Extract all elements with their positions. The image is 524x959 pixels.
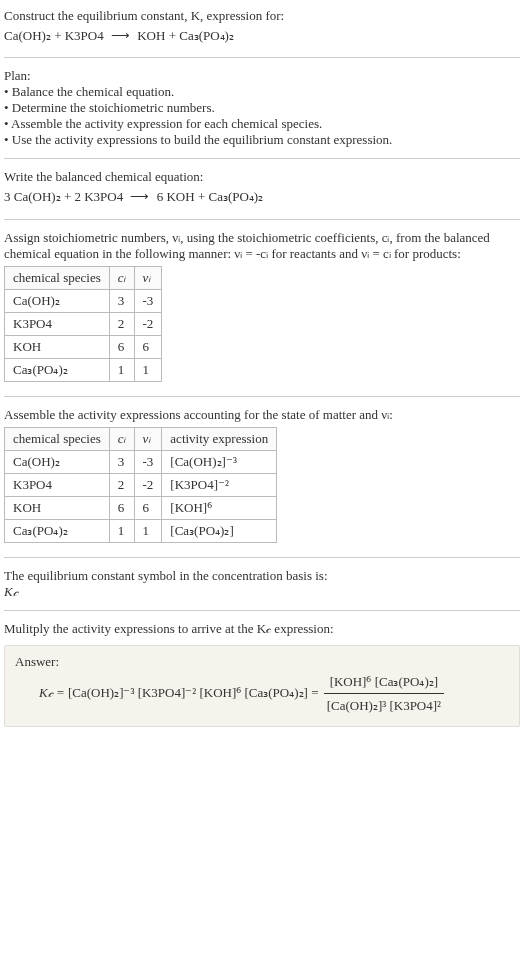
plan-bullet: • Determine the stoichiometric numbers. xyxy=(4,100,520,116)
table-row: Ca(OH)₂ 3 -3 [Ca(OH)₂]⁻³ xyxy=(5,450,277,473)
kc-symbol: K𝒸 xyxy=(4,584,520,600)
divider xyxy=(4,610,520,611)
cell-ci: 2 xyxy=(109,473,134,496)
col-ci: cᵢ xyxy=(109,266,134,289)
balanced-lhs: 3 Ca(OH)₂ + 2 K3PO4 xyxy=(4,189,123,204)
col-vi: νᵢ xyxy=(134,427,162,450)
answer-fraction: [KOH]⁶ [Ca₃(PO₄)₂] [Ca(OH)₂]³ [K3PO4]² xyxy=(324,670,444,718)
plan-section: Plan: • Balance the chemical equation. •… xyxy=(4,64,520,152)
table-header-row: chemical species cᵢ νᵢ xyxy=(5,266,162,289)
cell-activity: [Ca₃(PO₄)₂] xyxy=(162,519,277,542)
table-row: K3PO4 2 -2 xyxy=(5,312,162,335)
cell-ci: 6 xyxy=(109,335,134,358)
cell-ci: 6 xyxy=(109,496,134,519)
table-row: KOH 6 6 [KOH]⁶ xyxy=(5,496,277,519)
activity-section: Assemble the activity expressions accoun… xyxy=(4,403,520,551)
cell-vi: 1 xyxy=(134,519,162,542)
balanced-section: Write the balanced chemical equation: 3 … xyxy=(4,165,520,212)
cell-vi: -3 xyxy=(134,289,162,312)
balanced-rhs: 6 KOH + Ca₃(PO₄)₂ xyxy=(157,189,263,204)
balanced-heading: Write the balanced chemical equation: xyxy=(4,169,520,185)
answer-product: [Ca(OH)₂]⁻³ [K3PO4]⁻² [KOH]⁶ [Ca₃(PO₄)₂]… xyxy=(68,685,322,700)
activity-table: chemical species cᵢ νᵢ activity expressi… xyxy=(4,427,277,543)
cell-activity: [KOH]⁶ xyxy=(162,496,277,519)
table-header-row: chemical species cᵢ νᵢ activity expressi… xyxy=(5,427,277,450)
cell-species: Ca₃(PO₄)₂ xyxy=(5,358,110,381)
cell-vi: 6 xyxy=(134,335,162,358)
cell-vi: -2 xyxy=(134,312,162,335)
divider xyxy=(4,158,520,159)
intro-equation: Ca(OH)₂ + K3PO4 ⟶ KOH + Ca₃(PO₄)₂ xyxy=(4,24,520,47)
kc-symbol-text: The equilibrium constant symbol in the c… xyxy=(4,568,520,584)
plan-bullet: • Balance the chemical equation. xyxy=(4,84,520,100)
cell-vi: -3 xyxy=(134,450,162,473)
table-row: K3PO4 2 -2 [K3PO4]⁻² xyxy=(5,473,277,496)
multiply-section: Mulitply the activity expressions to arr… xyxy=(4,617,520,641)
intro-line1: Construct the equilibrium constant, K, e… xyxy=(4,8,284,23)
assign-text: Assign stoichiometric numbers, νᵢ, using… xyxy=(4,230,520,262)
activity-heading: Assemble the activity expressions accoun… xyxy=(4,407,520,423)
kc-symbol-section: The equilibrium constant symbol in the c… xyxy=(4,564,520,604)
answer-box: Answer: K𝒸 = [Ca(OH)₂]⁻³ [K3PO4]⁻² [KOH]… xyxy=(4,645,520,727)
balanced-equation: 3 Ca(OH)₂ + 2 K3PO4 ⟶ 6 KOH + Ca₃(PO₄)₂ xyxy=(4,185,520,208)
plan-bullet: • Assemble the activity expression for e… xyxy=(4,116,520,132)
answer-equation: K𝒸 = [Ca(OH)₂]⁻³ [K3PO4]⁻² [KOH]⁶ [Ca₃(P… xyxy=(15,670,509,718)
arrow-icon: ⟶ xyxy=(126,189,153,204)
cell-species: KOH xyxy=(5,496,110,519)
divider xyxy=(4,57,520,58)
intro-text: Construct the equilibrium constant, K, e… xyxy=(4,8,520,24)
fraction-denominator: [Ca(OH)₂]³ [K3PO4]² xyxy=(324,694,444,717)
assign-section: Assign stoichiometric numbers, νᵢ, using… xyxy=(4,226,520,390)
intro-lhs: Ca(OH)₂ + K3PO4 xyxy=(4,28,104,43)
plan-heading: Plan: xyxy=(4,68,520,84)
cell-species: Ca(OH)₂ xyxy=(5,450,110,473)
cell-ci: 2 xyxy=(109,312,134,335)
cell-ci: 3 xyxy=(109,450,134,473)
cell-vi: 1 xyxy=(134,358,162,381)
table-row: Ca₃(PO₄)₂ 1 1 xyxy=(5,358,162,381)
cell-activity: [K3PO4]⁻² xyxy=(162,473,277,496)
col-vi: νᵢ xyxy=(134,266,162,289)
answer-label: Answer: xyxy=(15,654,509,670)
cell-ci: 1 xyxy=(109,358,134,381)
col-ci: cᵢ xyxy=(109,427,134,450)
intro-rhs: KOH + Ca₃(PO₄)₂ xyxy=(137,28,234,43)
cell-species: KOH xyxy=(5,335,110,358)
cell-species: K3PO4 xyxy=(5,312,110,335)
intro-section: Construct the equilibrium constant, K, e… xyxy=(4,4,520,51)
col-activity: activity expression xyxy=(162,427,277,450)
multiply-text: Mulitply the activity expressions to arr… xyxy=(4,621,520,637)
cell-vi: -2 xyxy=(134,473,162,496)
table-row: Ca₃(PO₄)₂ 1 1 [Ca₃(PO₄)₂] xyxy=(5,519,277,542)
cell-activity: [Ca(OH)₂]⁻³ xyxy=(162,450,277,473)
kc-eq: K𝒸 = xyxy=(39,685,68,700)
col-species: chemical species xyxy=(5,266,110,289)
table-row: Ca(OH)₂ 3 -3 xyxy=(5,289,162,312)
cell-species: Ca₃(PO₄)₂ xyxy=(5,519,110,542)
divider xyxy=(4,219,520,220)
cell-species: K3PO4 xyxy=(5,473,110,496)
col-species: chemical species xyxy=(5,427,110,450)
cell-vi: 6 xyxy=(134,496,162,519)
table-row: KOH 6 6 xyxy=(5,335,162,358)
fraction-numerator: [KOH]⁶ [Ca₃(PO₄)₂] xyxy=(324,670,444,694)
arrow-icon: ⟶ xyxy=(107,28,134,43)
plan-bullet: • Use the activity expressions to build … xyxy=(4,132,520,148)
cell-ci: 3 xyxy=(109,289,134,312)
divider xyxy=(4,557,520,558)
cell-species: Ca(OH)₂ xyxy=(5,289,110,312)
stoich-table: chemical species cᵢ νᵢ Ca(OH)₂ 3 -3 K3PO… xyxy=(4,266,162,382)
cell-ci: 1 xyxy=(109,519,134,542)
divider xyxy=(4,396,520,397)
